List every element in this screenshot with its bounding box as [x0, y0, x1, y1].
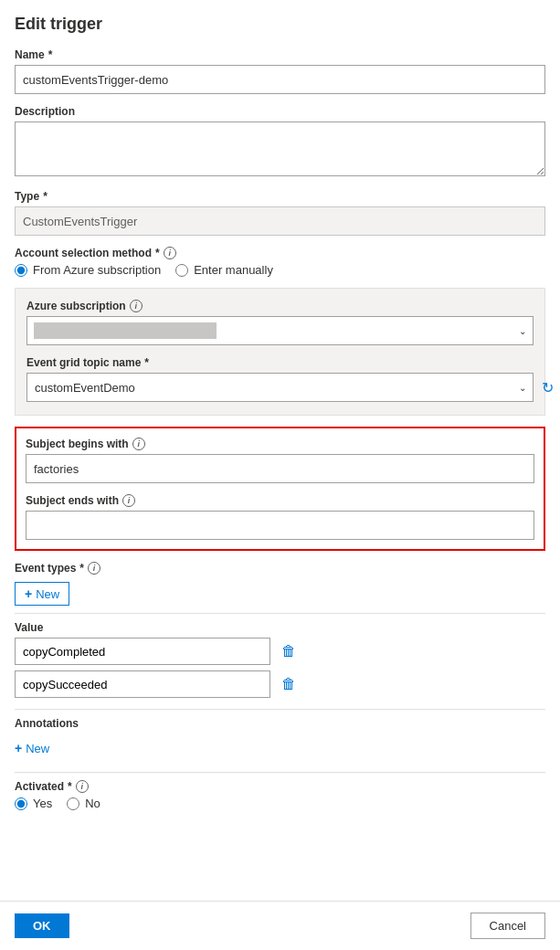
ok-button[interactable]: OK	[15, 913, 69, 938]
event-grid-topic-row: customEventDemo ⌄ ↻	[26, 373, 534, 402]
name-field-group: Name *	[15, 48, 545, 94]
activated-divider	[15, 772, 545, 773]
azure-subscription-row: ⌄	[26, 316, 534, 345]
delete-event-2-button[interactable]: 🗑	[278, 676, 300, 692]
account-selection-field-group: Account selection method * i From Azure …	[15, 247, 545, 277]
subject-ends-input[interactable]	[26, 511, 534, 540]
activated-info-icon[interactable]: i	[76, 780, 89, 793]
table-row: 🗑	[15, 670, 545, 698]
event-types-divider	[15, 613, 545, 614]
delete-event-1-button[interactable]: 🗑	[278, 643, 300, 660]
event-grid-topic-label: Event grid topic name *	[26, 356, 534, 369]
description-field-group: Description	[15, 105, 545, 179]
event-grid-topic-select[interactable]: customEventDemo	[26, 373, 534, 402]
annotations-divider	[15, 709, 545, 710]
radio-yes[interactable]: Yes	[15, 797, 52, 810]
azure-subscription-field-group: Azure subscription i ⌄	[26, 300, 534, 345]
subject-ends-info-icon[interactable]: i	[122, 494, 135, 507]
name-input[interactable]	[15, 65, 545, 94]
radio-from-azure[interactable]: From Azure subscription	[15, 263, 161, 277]
name-label: Name *	[15, 48, 545, 61]
annotations-section: Annotations + New	[15, 717, 545, 759]
azure-subscription-label: Azure subscription i	[26, 300, 534, 312]
footer: OK Cancel	[0, 901, 560, 950]
subject-ends-field-group: Subject ends with i	[26, 494, 534, 540]
cancel-button[interactable]: Cancel	[470, 913, 545, 939]
account-selection-label: Account selection method * i	[15, 247, 545, 259]
subject-begins-info-icon[interactable]: i	[132, 438, 145, 450]
event-types-new-button[interactable]: + New	[15, 582, 69, 606]
account-selection-info-icon[interactable]: i	[164, 247, 176, 259]
annotations-new-button[interactable]: + New	[15, 737, 49, 759]
radio-enter-manually[interactable]: Enter manually	[175, 263, 273, 277]
annotations-label: Annotations	[15, 717, 545, 730]
subject-highlighted-section: Subject begins with i Subject ends with …	[15, 427, 545, 551]
activated-section: Activated * i Yes No	[15, 780, 545, 810]
azure-subscription-select[interactable]	[26, 316, 534, 345]
event-grid-topic-field-group: Event grid topic name * customEventDemo …	[26, 356, 534, 402]
description-input[interactable]	[15, 121, 545, 176]
event-value-input-2[interactable]	[15, 670, 270, 698]
subject-ends-label: Subject ends with i	[26, 494, 534, 507]
type-field-group: Type *	[15, 190, 545, 236]
type-label: Type *	[15, 190, 545, 203]
account-selection-radio-group: From Azure subscription Enter manually	[15, 263, 545, 277]
subject-begins-field-group: Subject begins with i	[26, 438, 534, 483]
type-input	[15, 206, 545, 236]
event-grid-refresh-icon[interactable]: ↻	[542, 379, 554, 396]
azure-subscription-select-wrapper: ⌄	[26, 316, 534, 345]
activated-label: Activated * i	[15, 780, 545, 793]
event-types-value-table: Value 🗑 🗑	[15, 621, 545, 698]
event-value-input-1[interactable]	[15, 638, 270, 665]
event-grid-topic-select-wrapper: customEventDemo ⌄	[26, 373, 534, 402]
activated-radio-group: Yes No	[15, 797, 545, 810]
event-types-label: Event types * i	[15, 562, 545, 575]
event-types-info-icon[interactable]: i	[88, 562, 100, 575]
description-label: Description	[15, 105, 545, 118]
page-title: Edit trigger	[15, 15, 545, 34]
plus-icon: +	[25, 586, 32, 601]
value-col-header: Value	[15, 621, 545, 634]
table-row: 🗑	[15, 638, 545, 665]
subject-begins-input[interactable]	[26, 454, 534, 483]
subject-begins-label: Subject begins with i	[26, 438, 534, 450]
event-types-section: Event types * i + New Value 🗑 🗑	[15, 562, 545, 698]
azure-subscription-section: Azure subscription i ⌄ Event grid topic …	[15, 288, 545, 416]
azure-subscription-info-icon[interactable]: i	[130, 300, 143, 312]
annotations-plus-icon: +	[15, 741, 22, 755]
radio-no[interactable]: No	[67, 797, 100, 810]
